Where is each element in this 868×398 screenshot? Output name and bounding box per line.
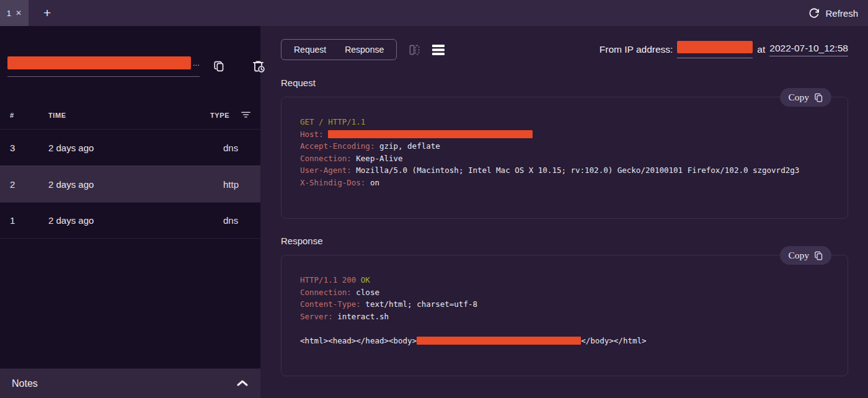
sidebar: ... (0, 26, 260, 398)
code-line: Connection: close (300, 286, 829, 299)
table-row[interactable]: 32 days agodns (0, 129, 260, 166)
interactions-table: # TIME TYPE 32 days agodns22 days agohtt… (0, 102, 260, 239)
request-panel-title: Request (281, 77, 848, 88)
row-time: 2 days ago (48, 179, 223, 190)
code-line: X-Shindig-Dos: on (300, 177, 829, 189)
chevron-up-icon[interactable] (236, 378, 249, 389)
code-line: HTTP/1.1 200 OK (300, 274, 829, 286)
table-row[interactable]: 12 days agodns (0, 202, 260, 239)
interaction-meta: From IP address: at 2022-07-10_12:58 (600, 41, 848, 58)
url-ellipsis: ... (193, 58, 200, 68)
copy-icon (213, 60, 226, 73)
code-line: Connection: Keep-Alive (300, 153, 829, 165)
copy-icon (814, 250, 823, 261)
response-code: HTTP/1.1 200 OKConnection: closeContent-… (300, 274, 829, 347)
code-line: GET / HTTP/1.1 (300, 116, 829, 128)
tab-bar: 1 ✕ + Refresh (0, 0, 868, 26)
header-type: TYPE (210, 112, 237, 119)
row-time: 2 days ago (48, 215, 223, 226)
request-list: 32 days agodns22 days agohttp12 days ago… (0, 129, 260, 239)
copy-url-button[interactable] (213, 60, 226, 73)
redacted-text (417, 337, 581, 345)
response-panel: Response Copy HTTP/1.1 200 OKConnection:… (281, 236, 848, 376)
url-row: ... (0, 26, 260, 79)
code-line: User-Agent: Mozilla/5.0 (Macintosh; Inte… (300, 164, 829, 177)
redacted-url (7, 56, 191, 69)
detail-toolbar: Request Response (281, 38, 848, 61)
code-line: Host: (300, 128, 829, 141)
notes-label: Notes (12, 378, 38, 389)
copy-response-button[interactable]: Copy (780, 246, 831, 265)
filter-icon[interactable] (241, 111, 250, 120)
table-header: # TIME TYPE (0, 102, 260, 129)
redacted-ip (677, 41, 753, 58)
close-tab-icon[interactable]: ✕ (16, 9, 22, 17)
request-box: Copy GET / HTTP/1.1Host: Accept-Encoding… (281, 97, 848, 219)
request-response-toggle: Request Response (281, 39, 397, 60)
stacked-rows-icon (432, 45, 445, 55)
at-label: at (757, 44, 765, 55)
refresh-button[interactable]: Refresh (808, 0, 858, 26)
code-line (300, 322, 829, 335)
row-num: 2 (10, 179, 48, 190)
refresh-icon (808, 7, 820, 19)
new-tab-button[interactable]: + (43, 6, 51, 20)
refresh-label: Refresh (825, 8, 858, 19)
split-columns-icon (409, 44, 420, 56)
header-time: TIME (48, 112, 210, 119)
from-ip-label: From IP address: (600, 44, 673, 55)
row-time: 2 days ago (48, 143, 223, 153)
response-panel-title: Response (281, 236, 848, 246)
code-line: Accept-Encoding: gzip, deflate (300, 140, 829, 153)
code-line: <html><head></head><body></body></html> (300, 335, 829, 347)
response-box: Copy HTTP/1.1 200 OKConnection: closeCon… (281, 255, 848, 376)
row-type: http (223, 179, 250, 190)
interactsh-url-field[interactable]: ... (7, 56, 200, 77)
row-num: 1 (10, 215, 48, 226)
tab-response[interactable]: Response (335, 45, 393, 55)
split-view-button[interactable] (409, 44, 420, 56)
tab-1[interactable]: 1 ✕ (0, 0, 29, 26)
row-num: 3 (10, 143, 48, 153)
row-type: dns (223, 143, 250, 153)
table-row[interactable]: 22 days agohttp (0, 166, 260, 202)
request-panel: Request Copy GET / HTTP/1.1Host: Accept-… (281, 77, 848, 219)
copy-icon (814, 92, 823, 103)
interactsh-app: 1 ✕ + Refresh ... (0, 0, 868, 398)
copy-request-button[interactable]: Copy (780, 88, 831, 107)
timestamp: 2022-07-10_12:58 (769, 43, 848, 56)
redacted-text (328, 130, 533, 138)
request-code: GET / HTTP/1.1Host: Accept-Encoding: gzi… (300, 116, 829, 188)
tab-request[interactable]: Request (285, 45, 335, 55)
copy-request-label: Copy (788, 92, 809, 103)
tab-1-label: 1 (7, 9, 11, 18)
code-line: Server: interact.sh (300, 311, 829, 323)
copy-response-label: Copy (788, 250, 809, 261)
row-type: dns (223, 215, 250, 226)
code-line: Content-Type: text/html; charset=utf-8 (300, 298, 829, 311)
notes-toggle[interactable]: Notes (0, 368, 260, 398)
detail-pane: Request Response (260, 26, 868, 398)
stacked-view-button[interactable] (432, 45, 445, 55)
header-num: # (10, 112, 48, 119)
